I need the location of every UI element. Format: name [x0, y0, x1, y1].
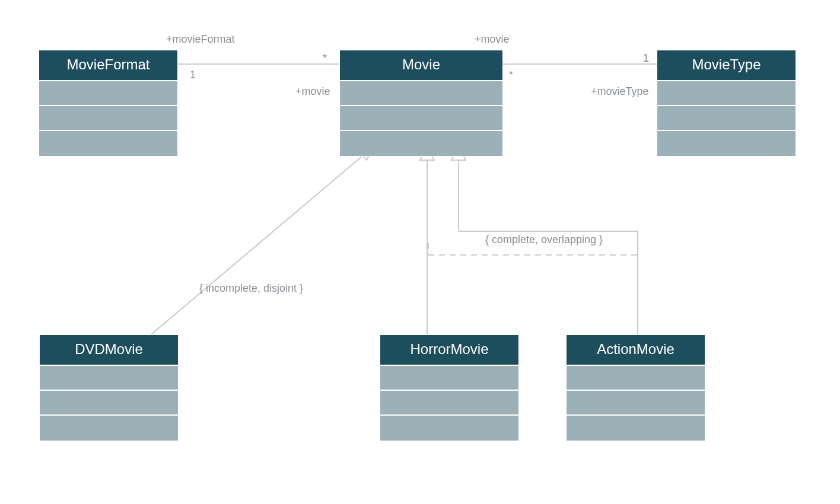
- class-movieformat-row1: [39, 81, 177, 106]
- class-horrormovie-row3: [380, 416, 518, 441]
- label-movie-role-left: +movie: [295, 85, 330, 98]
- class-movie-row3: [340, 131, 502, 156]
- class-actionmovie-row3: [567, 416, 705, 441]
- class-movietype-row3: [657, 131, 796, 156]
- class-horrormovie-row2: [380, 391, 518, 416]
- class-actionmovie: ActionMovie: [566, 334, 705, 441]
- label-mult-one-right: 1: [643, 52, 649, 65]
- label-mult-one-left: 1: [190, 69, 196, 81]
- constraint-complete-overlapping: { complete, overlapping }: [485, 234, 603, 246]
- class-movieformat: MovieFormat: [39, 50, 178, 157]
- class-actionmovie-row2: [567, 391, 705, 416]
- class-movietype-row1: [657, 81, 796, 106]
- label-movietype-role: +movieType: [591, 85, 649, 98]
- class-horrormovie: HorrorMovie: [380, 334, 519, 441]
- class-actionmovie-row1: [567, 366, 705, 391]
- constraint-incomplete-disjoint: { incomplete, disjoint }: [199, 282, 303, 295]
- class-movietype-row2: [657, 106, 796, 131]
- label-movie-role-right: +movie: [475, 33, 510, 46]
- label-mult-star-right: *: [509, 69, 513, 81]
- label-movieformat-role: +movieFormat: [166, 33, 235, 46]
- class-dvdmovie-row2: [40, 391, 178, 416]
- class-movie-row1: [340, 81, 502, 106]
- class-movie: Movie: [339, 50, 503, 157]
- class-horrormovie-title: HorrorMovie: [380, 335, 518, 366]
- class-actionmovie-title: ActionMovie: [567, 335, 705, 366]
- class-dvdmovie: DVDMovie: [39, 334, 179, 441]
- class-movietype: MovieType: [657, 50, 796, 157]
- label-mult-star-left: *: [323, 52, 327, 65]
- class-movieformat-title: MovieFormat: [39, 50, 177, 81]
- class-dvdmovie-row1: [40, 366, 178, 391]
- class-movieformat-row3: [39, 131, 177, 156]
- class-horrormovie-row1: [380, 366, 518, 391]
- class-movietype-title: MovieType: [657, 50, 796, 81]
- class-dvdmovie-title: DVDMovie: [40, 335, 178, 366]
- class-movie-row2: [340, 106, 502, 131]
- class-dvdmovie-row3: [40, 416, 178, 441]
- class-movie-title: Movie: [340, 50, 502, 81]
- class-movieformat-row2: [39, 106, 177, 131]
- gen-dvdmovie-movie-line: [151, 152, 367, 334]
